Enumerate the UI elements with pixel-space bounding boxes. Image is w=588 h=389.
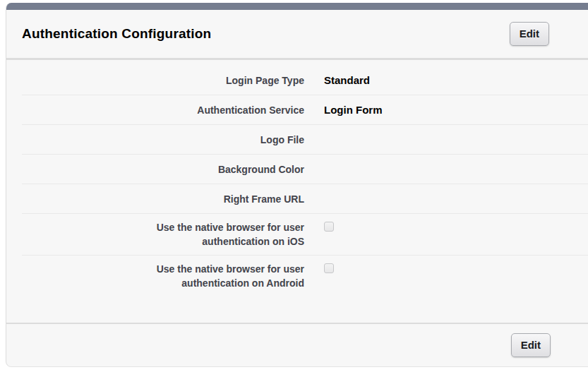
page-title: Authentication Configuration [22,26,211,42]
detail-section: Login Page Type Standard Authentication … [6,60,588,323]
field-row-right-frame-url: Right Frame URL [22,184,588,214]
field-row-authentication-service: Authentication Service Login Form [22,95,588,125]
ios-native-browser-checkbox[interactable] [324,222,334,232]
field-row-logo-file: Logo File [22,125,588,155]
field-label: Login Page Type [22,73,304,88]
field-row-login-page-type: Login Page Type Standard [22,66,588,95]
authentication-configuration-panel: Authentication Configuration Edit Login … [6,3,588,367]
body-spacer [6,297,588,323]
field-label: Right Frame URL [22,192,304,206]
panel-top-accent-bar [6,3,588,10]
field-value [324,220,588,234]
field-row-background-color: Background Color [22,155,588,184]
field-label: Background Color [22,162,304,176]
panel-header: Authentication Configuration Edit [6,10,588,60]
edit-button-top[interactable]: Edit [510,22,549,46]
field-label: Use the native browser for user authenti… [22,220,304,249]
field-value: Standard [324,74,588,86]
edit-button-bottom[interactable]: Edit [511,333,551,357]
field-label: Use the native browser for user authenti… [22,262,304,290]
field-label: Authentication Service [22,103,304,117]
field-row-native-browser-android: Use the native browser for user authenti… [22,256,588,297]
field-value: Login Form [324,104,588,116]
field-label: Logo File [22,133,304,147]
panel-footer: Edit [6,323,588,366]
field-value [324,262,588,275]
android-native-browser-checkbox[interactable] [324,263,334,273]
field-row-native-browser-ios: Use the native browser for user authenti… [22,214,588,256]
